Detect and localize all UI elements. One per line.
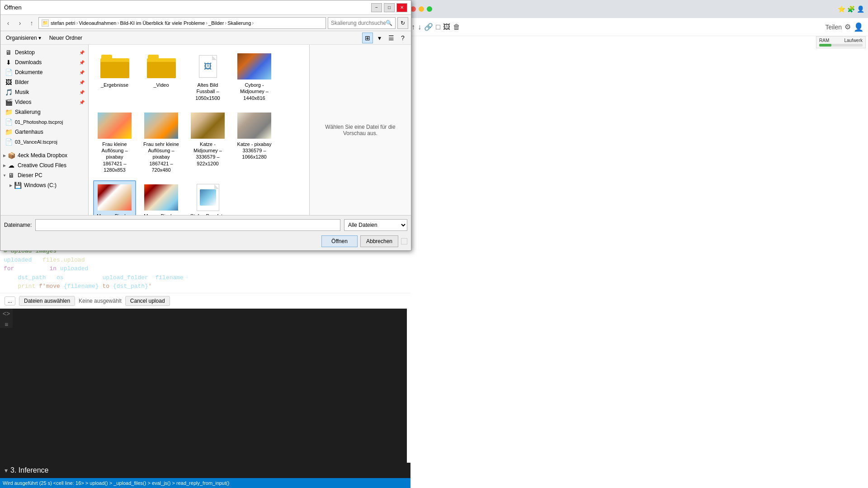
maximize-button[interactable]: □ xyxy=(384,3,395,12)
list-item[interactable]: Mann – Pixabay 613601 – 1280x1280_origin… xyxy=(93,180,136,215)
profile-icon[interactable]: 👤 xyxy=(857,5,864,13)
code-upload-folder: upload_folder xyxy=(102,274,148,281)
file-thumbnail xyxy=(98,53,132,80)
chrome-max-btn[interactable] xyxy=(427,6,432,12)
code-icon[interactable]: <> xyxy=(3,310,10,317)
search-icon: 🔍 xyxy=(386,20,392,26)
sidebar-item-photoshop[interactable]: 📄 01_Photoshop.tscproj xyxy=(0,117,88,127)
up-button[interactable]: ↑ xyxy=(27,18,37,28)
download-icon[interactable]: ↓ xyxy=(418,23,421,31)
pin-icon5: 📌 xyxy=(78,89,85,96)
list-item[interactable]: Cyborg - Midjourney – 1440x816 xyxy=(233,49,276,105)
user-avatar[interactable]: 👤 xyxy=(854,22,863,32)
sidebar-item-gartenhaus[interactable]: 📁 Gartenhaus xyxy=(0,127,88,137)
more-options-button[interactable]: ... xyxy=(5,296,15,305)
cancel-button[interactable]: Abbrechen xyxy=(360,235,398,247)
image-preview xyxy=(237,53,271,80)
file-thumbnail xyxy=(191,112,225,139)
chevron-view-button[interactable]: ▾ xyxy=(374,33,385,43)
vanceai-icon: 📄 xyxy=(5,138,12,145)
open-button[interactable]: Öffnen xyxy=(321,235,358,247)
list-item[interactable]: Katze - Midjourney – 3336579 – 922x1200 xyxy=(186,108,229,177)
chrome-icons: ⭐ 🧩 👤 xyxy=(838,5,864,13)
close-button[interactable]: ✕ xyxy=(396,3,407,12)
code-paren-close: ) xyxy=(184,274,187,281)
search-box[interactable]: 🔍 xyxy=(328,17,396,29)
list-item[interactable]: Stefan Passfoto – 525x699 xyxy=(186,180,229,215)
code-filename: filename xyxy=(156,274,184,281)
code-in: in xyxy=(49,265,57,272)
code-for: for xyxy=(4,265,14,272)
help-button[interactable]: ? xyxy=(397,33,408,43)
copy-icon[interactable]: □ xyxy=(436,23,440,31)
sidebar-item-downloads[interactable]: ⬇ Downloads 📌 xyxy=(0,57,88,67)
details-view-button[interactable]: ☰ xyxy=(386,33,396,43)
collapse-icon[interactable]: ▾ xyxy=(5,467,8,474)
list-item[interactable]: 🖼 Altes Bild Fussball – 1050x1500 xyxy=(186,49,229,105)
new-folder-button[interactable]: Neuer Ordner xyxy=(47,34,85,42)
list-item[interactable]: _Video xyxy=(140,49,183,105)
sidebar-item-desktop[interactable]: 🖥 Desktop 📌 xyxy=(0,47,88,57)
bookmark-icon[interactable]: ⭐ xyxy=(838,5,845,13)
code-var1: {filename} xyxy=(64,283,99,290)
dialog-bottom: Dateiname: Alle Dateien xyxy=(0,215,411,234)
sidebar-item-musik[interactable]: 🎵 Musik 📌 xyxy=(0,87,88,97)
sidebar-section-4eck[interactable]: ▶ 📦 4eck Media Dropbox xyxy=(0,150,88,160)
downloads-icon: ⬇ xyxy=(5,59,12,66)
code-func: files.upload xyxy=(42,257,85,263)
list-icon[interactable]: ≡ xyxy=(5,321,8,328)
settings-icon[interactable]: ⚙ xyxy=(844,23,851,31)
sidebar-item-label: 01_Photoshop.tscproj xyxy=(15,119,85,125)
image-preview xyxy=(200,189,216,206)
delete-icon[interactable]: 🗑 xyxy=(453,23,460,31)
search-input[interactable] xyxy=(331,20,386,26)
list-item[interactable]: _Ergebnisse xyxy=(93,49,136,105)
extensions-icon[interactable]: 🧩 xyxy=(847,5,855,13)
code-uploaded-keys: uploaded xyxy=(57,265,88,272)
sidebar-item-videos[interactable]: 🎬 Videos 📌 xyxy=(0,97,88,107)
breadcrumb[interactable]: 📁 stefan petri › Videoaufnahmen › Bild-K… xyxy=(38,17,326,29)
filename-input[interactable] xyxy=(35,219,340,231)
photoshop-icon: 📄 xyxy=(5,118,12,126)
sidebar-section-cc[interactable]: ▶ ☁ Creative Cloud Files xyxy=(0,160,88,170)
back-button[interactable]: ‹ xyxy=(3,18,13,28)
image-preview xyxy=(98,184,132,211)
list-item[interactable]: Mann - Pixabay 613601 – 1280x1280_versch… xyxy=(140,180,183,215)
code-indent2 xyxy=(4,283,18,290)
skalierung-icon: 📁 xyxy=(5,108,12,116)
list-item[interactable]: Katze - pixabay 3336579 – 1066x1280 xyxy=(233,108,276,177)
code-comma: , xyxy=(148,274,156,281)
list-item[interactable]: Frau sehr kleine Auflösung – pixabay 186… xyxy=(140,108,183,177)
breadcrumb-part2: Videoaufnahmen xyxy=(79,20,116,26)
sidebar-item-dokumente[interactable]: 📄 Dokumente 📌 xyxy=(0,67,88,77)
sidebar-item-bilder[interactable]: 🖼 Bilder 📌 xyxy=(0,77,88,87)
link-icon[interactable]: 🔗 xyxy=(424,23,433,31)
list-item[interactable]: Frau kleine Auflösung – pixabay 1867421 … xyxy=(93,108,136,177)
minimize-button[interactable]: − xyxy=(371,3,382,12)
sidebar-item-label: Windows (C:) xyxy=(24,182,57,188)
organize-chevron-icon: ▾ xyxy=(38,35,41,41)
refresh-button[interactable]: ↻ xyxy=(397,17,408,29)
share-icon[interactable]: ↑ xyxy=(411,23,415,31)
code-eq2: = xyxy=(46,274,57,281)
sidebar-section-dieser-pc[interactable]: ▼ 🖥 Dieser PC xyxy=(0,170,88,180)
sidebar-item-vanceai[interactable]: 📄 03_VanceAl.tscproj xyxy=(0,137,88,147)
file-name: _Video xyxy=(153,82,169,88)
sidebar-item-skalierung[interactable]: 📁 Skalierung xyxy=(0,107,88,117)
dialog-titlebar: Öffnen − □ ✕ xyxy=(0,0,411,15)
grid-view-button[interactable]: ⊞ xyxy=(362,33,373,43)
organize-button[interactable]: Organisieren ▾ xyxy=(3,34,44,42)
filetype-select[interactable]: Alle Dateien xyxy=(344,219,407,231)
chrome-min-btn[interactable] xyxy=(419,6,424,12)
image-icon[interactable]: 🖼 xyxy=(443,23,450,31)
resize-handle[interactable] xyxy=(401,238,407,244)
image-preview xyxy=(98,113,132,139)
sidebar-item-label: Dieser PC xyxy=(18,172,42,178)
select-files-button[interactable]: Dateien auswählen xyxy=(19,296,75,306)
section-title: 3. Inference xyxy=(10,466,49,474)
sidebar-section-windows[interactable]: ▶ 💾 Windows (C:) xyxy=(0,180,88,190)
jupyter-toolbar-right: Teilen ⚙ 👤 xyxy=(825,22,863,32)
image-preview xyxy=(144,113,178,139)
forward-button[interactable]: › xyxy=(15,18,25,28)
cancel-upload-button[interactable]: Cancel upload xyxy=(125,296,170,306)
